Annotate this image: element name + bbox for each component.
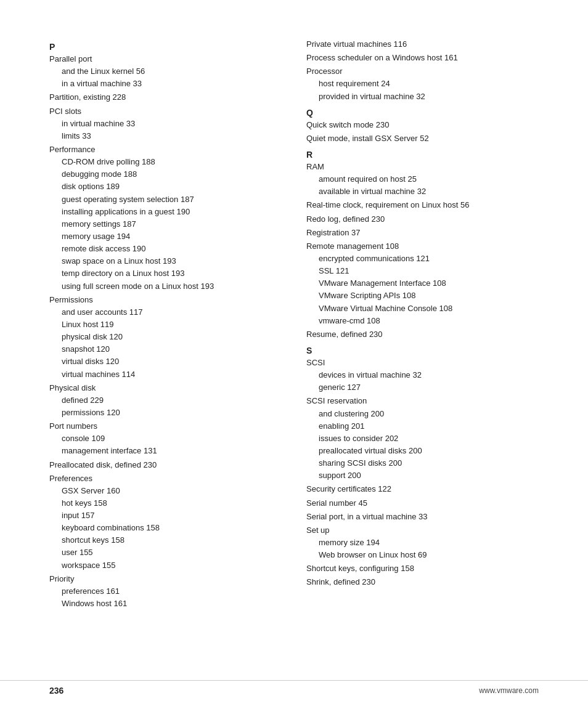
index-entry: shortcut keys 158 (49, 534, 282, 546)
index-entry: Redo log, defined 230 (306, 213, 539, 225)
index-entry: hot keys 158 (49, 497, 282, 509)
index-entry: Set up (306, 524, 539, 537)
index-entry: SSL 121 (306, 265, 539, 277)
index-entry: VMware Scripting APIs 108 (306, 290, 539, 302)
index-entry: Processor (306, 65, 539, 78)
index-entry: memory usage 194 (49, 230, 282, 243)
index-entry: Permissions (49, 294, 282, 306)
index-entry: SCSI reservation (306, 395, 539, 407)
index-entry: host requirement 24 (306, 78, 539, 90)
index-entry: Process scheduler on a Windows host 161 (306, 52, 539, 64)
index-entry: Serial port, in a virtual machine 33 (306, 511, 539, 523)
index-entry: support 200 (306, 469, 539, 482)
index-entry: provided in virtual machine 32 (306, 91, 539, 103)
index-entry: swap space on a Linux host 193 (49, 255, 282, 267)
index-entry: memory settings 187 (49, 218, 282, 230)
index-entry: Serial number 45 (306, 497, 539, 509)
index-entry: Linux host 119 (49, 318, 282, 331)
index-entry: generic 127 (306, 381, 539, 394)
index-entry: amount required on host 25 (306, 173, 539, 185)
index-entry: virtual machines 114 (49, 368, 282, 381)
index-entry: disk options 189 (49, 181, 282, 193)
index-entry: preallocated virtual disks 200 (306, 445, 539, 457)
index-entry: and user accounts 117 (49, 306, 282, 318)
index-entry: guest operating system selection 187 (49, 193, 282, 206)
index-entry: Resume, defined 230 (306, 328, 539, 341)
index-entry: PCI slots (49, 105, 282, 118)
index-entry: issues to consider 202 (306, 432, 539, 445)
index-entry: temp directory on a Linux host 193 (49, 267, 282, 280)
index-entry: Security certificates 122 (306, 483, 539, 495)
index-entry: available in virtual machine 32 (306, 185, 539, 198)
index-entry: Shortcut keys, configuring 158 (306, 562, 539, 575)
section-p-letter: P (49, 42, 282, 52)
index-entry: Preferences (49, 473, 282, 485)
index-entry: enabling 201 (306, 420, 539, 432)
footer-url: www.vmware.com (479, 686, 539, 695)
index-entry: Web browser on Linux host 69 (306, 549, 539, 561)
index-entry: GSX Server 160 (49, 485, 282, 497)
index-entry: Preallocated disk, defined 230 (49, 459, 282, 471)
index-entry: keyboard combinations 158 (49, 522, 282, 534)
index-entry: Shrink, defined 230 (306, 576, 539, 588)
index-entry: VMware Virtual Machine Console 108 (306, 302, 539, 315)
index-entry: using full screen mode on a Linux host 1… (49, 280, 282, 293)
index-entry: input 157 (49, 509, 282, 522)
index-entry: virtual disks 120 (49, 355, 282, 368)
index-entry: Registration 37 (306, 227, 539, 239)
index-entry: installing applications in a guest 190 (49, 206, 282, 218)
section-q-letter: Q (306, 108, 539, 118)
index-entry: sharing SCSI disks 200 (306, 457, 539, 469)
index-entry: vmware-cmd 108 (306, 315, 539, 327)
index-entry: Performance (49, 144, 282, 156)
index-entry: management interface 131 (49, 445, 282, 457)
index-entry: in virtual machine 33 (49, 118, 282, 130)
index-entry: Windows host 161 (49, 598, 282, 610)
index-entry: workspace 155 (49, 559, 282, 572)
index-entry: VMware Management Interface 108 (306, 277, 539, 290)
index-entry: Quiet mode, install GSX Server 52 (306, 132, 539, 145)
index-entry: console 109 (49, 432, 282, 445)
index-entry: Real-time clock, requirement on Linux ho… (306, 199, 539, 211)
index-entry: permissions 120 (49, 407, 282, 419)
index-entry: Port numbers (49, 420, 282, 432)
index-entry: preferences 161 (49, 585, 282, 598)
page-container: P Parallel port and the Linux kernel 56 … (0, 0, 588, 714)
index-entry: and the Linux kernel 56 (49, 65, 282, 78)
index-entry: Priority (49, 573, 282, 585)
index-entry: remote disk access 190 (49, 243, 282, 255)
index-entry: devices in virtual machine 32 (306, 369, 539, 381)
index-entry: user 155 (49, 546, 282, 559)
index-entry: debugging mode 188 (49, 168, 282, 181)
section-r-letter: R (306, 150, 539, 160)
index-entry: physical disk 120 (49, 331, 282, 343)
index-entry: Partition, existing 228 (49, 91, 282, 103)
index-entry: Quick switch mode 230 (306, 119, 539, 131)
index-entry: Physical disk (49, 382, 282, 394)
content-columns: P Parallel port and the Linux kernel 56 … (49, 37, 539, 610)
index-entry: limits 33 (49, 130, 282, 142)
index-entry: snapshot 120 (49, 343, 282, 355)
index-entry: and clustering 200 (306, 408, 539, 420)
index-entry: encrypted communications 121 (306, 253, 539, 265)
index-entry: CD-ROM drive polling 188 (49, 156, 282, 168)
index-entry: memory size 194 (306, 537, 539, 549)
index-entry: RAM (306, 161, 539, 173)
index-entry: in a virtual machine 33 (49, 78, 282, 90)
index-entry: defined 229 (49, 394, 282, 407)
left-column: P Parallel port and the Linux kernel 56 … (49, 37, 282, 610)
page-footer: 236 www.vmware.com (0, 680, 588, 696)
section-s-letter: S (306, 346, 539, 355)
index-entry: Remote management 108 (306, 240, 539, 253)
index-entry: Parallel port (49, 53, 282, 65)
right-column: Private virtual machines 116 Process sch… (306, 37, 539, 610)
footer-page-number: 236 (49, 686, 63, 696)
index-entry: Private virtual machines 116 (306, 38, 539, 51)
index-entry: SCSI (306, 357, 539, 369)
